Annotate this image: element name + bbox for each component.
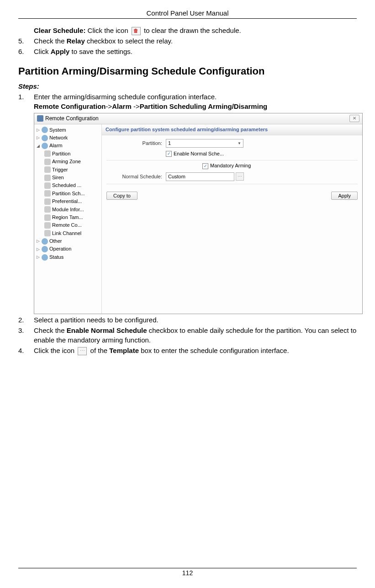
tree-trigger-label: Trigger [52, 166, 68, 173]
tree-network[interactable]: ▷Network [35, 134, 100, 142]
partition-step-4: 4. Click the icon ⋯ of the Template box … [18, 346, 357, 355]
tree-alarm[interactable]: ◢Alarm [35, 142, 100, 150]
p2-text: Select a partition needs to be configure… [34, 315, 357, 325]
normal-schedule-label: Normal Schedule: [106, 173, 166, 180]
gear-icon [44, 198, 51, 205]
mandatory-label: Mandatory Arming [210, 162, 251, 169]
trash-icon: 🗑 [132, 27, 141, 35]
tree-siren-label: Siren [52, 174, 64, 181]
tree-arming-zone-label: Arming Zone [52, 158, 81, 165]
clear-schedule-label: Clear Schedule: [34, 27, 85, 34]
tree-siren[interactable]: Siren [35, 174, 100, 182]
p3-a: Check the [34, 326, 67, 334]
clear-text-a: Click the icon [85, 27, 130, 34]
panel-header: Configure partition system scheduled arm… [102, 124, 362, 135]
tree-region-tam-label: Region Tam... [52, 214, 83, 221]
tree-scheduled[interactable]: Scheduled ... [35, 182, 100, 189]
config-icon: ⋯ [78, 347, 87, 355]
enable-normal-row: ✓ Enable Normal Sche... [106, 150, 358, 157]
tree-module-infor[interactable]: Module Infor... [35, 206, 100, 214]
tree-remote-co[interactable]: Remote Co... [35, 221, 100, 229]
step-5: 5. Check the Relay checkbox to select th… [18, 36, 357, 46]
apply-button[interactable]: Apply [331, 192, 358, 200]
copy-to-button[interactable]: Copy to [106, 192, 137, 200]
p1-sep2: -> [132, 102, 140, 110]
p3-bold: Enable Normal Schedule [67, 326, 147, 334]
gear-icon [44, 166, 51, 173]
enable-normal-checkbox[interactable]: ✓ Enable Normal Sche... [166, 150, 224, 157]
tree-status-label: Status [49, 254, 63, 261]
tree-partition-label: Partition [52, 150, 70, 157]
template-config-icon[interactable]: ⋯ [236, 172, 244, 181]
tree-remote-co-label: Remote Co... [52, 222, 82, 229]
tree-scheduled-label: Scheduled ... [52, 182, 81, 189]
tree-system[interactable]: ▷System [35, 126, 100, 134]
tree-partition-sch[interactable]: Partition Sch... [35, 190, 100, 198]
close-button[interactable]: ✕ [349, 115, 359, 122]
steps-label: Steps: [18, 81, 357, 91]
tree-link-channel[interactable]: Link Channel [35, 230, 100, 237]
tree-other[interactable]: ▷Other [35, 237, 100, 245]
globe-icon [42, 143, 48, 149]
p2-num: 2. [18, 315, 34, 325]
p1-bold3: Partition Scheduling Arming/Disarming [140, 102, 267, 110]
normal-schedule-dropdown[interactable]: Custom [166, 172, 234, 181]
divider [106, 184, 358, 184]
partition-step-1: 1. Enter the arming/disarming schedule c… [18, 92, 357, 111]
partition-dropdown[interactable]: 1 ▼ [166, 139, 243, 148]
window-title: Remote Configuration [45, 115, 99, 123]
step-6-num: 6. [18, 47, 34, 56]
button-row: Copy to Apply [102, 190, 362, 202]
p1-bold2: Alarm [112, 102, 132, 110]
p1-sep1: -> [106, 102, 112, 110]
p1-nav: Remote Configuration->Alarm ->Partition … [34, 102, 357, 111]
tree-system-label: System [49, 127, 66, 134]
divider [106, 160, 358, 160]
tree-arming-zone[interactable]: Arming Zone [35, 158, 100, 166]
checkbox-icon: ✓ [166, 151, 172, 157]
partition-step-3: 3. Check the Enable Normal Schedule chec… [18, 326, 357, 345]
step-5-b: checkbox to select the relay. [85, 37, 173, 45]
tree-preferential[interactable]: Preferential... [35, 198, 100, 205]
gear-icon [44, 175, 51, 181]
p4-a: Click the icon [34, 347, 76, 354]
normal-schedule-row: Normal Schedule: Custom ⋯ [106, 172, 358, 181]
step-6-a: Click [34, 48, 51, 55]
tree-status[interactable]: ▷Status [35, 253, 100, 261]
tree-region-tam[interactable]: Region Tam... [35, 214, 100, 221]
gear-icon [44, 206, 51, 213]
partition-row: Partition: 1 ▼ [106, 139, 358, 148]
page-header: Control Panel User Manual [18, 9, 357, 19]
tree-preferential-label: Preferential... [52, 198, 82, 205]
tree-network-label: Network [49, 134, 68, 141]
mandatory-checkbox[interactable]: ✓ Mandatory Arming [202, 162, 251, 169]
p1-num: 1. [18, 92, 34, 111]
globe-icon [42, 127, 48, 133]
p1-line1: Enter the arming/disarming schedule conf… [34, 92, 357, 102]
checkbox-icon: ✓ [202, 163, 208, 169]
tree-trigger[interactable]: Trigger [35, 166, 100, 174]
window-titlebar: Remote Configuration ✕ [34, 113, 362, 124]
gear-icon [44, 230, 51, 236]
step-5-bold: Relay [67, 37, 85, 45]
partition-step-2: 2. Select a partition needs to be config… [18, 315, 357, 325]
tree-link-channel-label: Link Channel [52, 230, 81, 237]
tree-partition[interactable]: Partition [35, 150, 100, 158]
tree-operation[interactable]: ▷Operation [35, 245, 100, 253]
main-panel: Configure partition system scheduled arm… [102, 124, 362, 314]
partition-value: 1 [168, 140, 171, 147]
clear-schedule-line: Clear Schedule: Click the icon 🗑 to clea… [34, 26, 357, 35]
globe-icon [42, 238, 48, 245]
p4-b: of the [88, 347, 109, 354]
gear-icon [44, 182, 51, 189]
gear-icon [44, 214, 51, 221]
mandatory-row: ✓ Mandatory Arming [106, 162, 358, 169]
tree-other-label: Other [49, 238, 62, 245]
step-5-a: Check the [34, 37, 67, 45]
gear-icon [44, 150, 51, 157]
step-6-b: to save the settings. [69, 48, 132, 55]
step-6: 6. Click Apply to save the settings. [18, 47, 357, 56]
partition-label: Partition: [106, 140, 166, 147]
gear-icon [44, 222, 51, 229]
tree-panel: ▷System ▷Network ◢Alarm Partition Arming… [34, 124, 102, 314]
